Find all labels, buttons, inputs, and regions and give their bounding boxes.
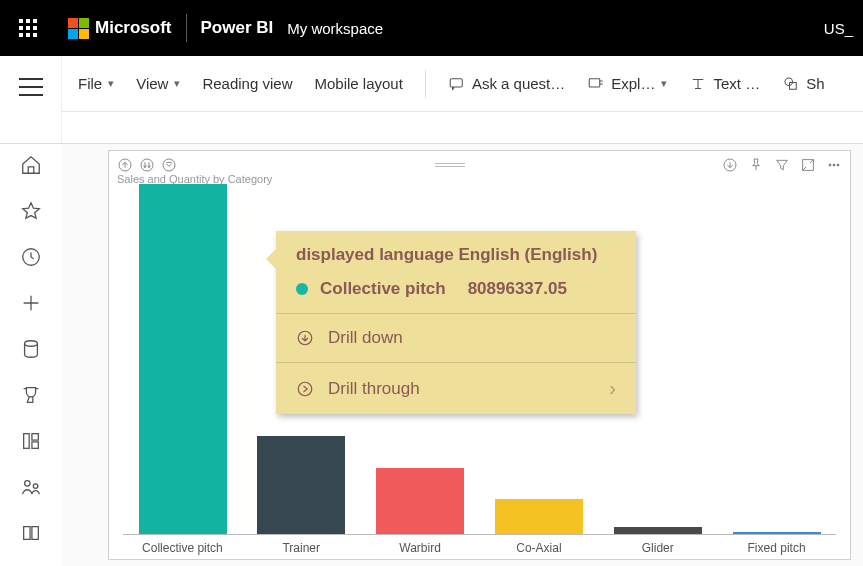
app-name: Power BI bbox=[201, 18, 274, 38]
bar[interactable] bbox=[495, 499, 583, 534]
microsoft-logo: Microsoft bbox=[68, 18, 172, 39]
pin-icon[interactable] bbox=[748, 157, 764, 173]
mobile-label: Mobile layout bbox=[314, 75, 402, 92]
shapes-button[interactable]: Sh bbox=[782, 75, 824, 93]
rail-shared-icon[interactable] bbox=[20, 476, 42, 498]
qna-label: Ask a quest… bbox=[472, 75, 565, 92]
svg-point-5 bbox=[25, 341, 38, 347]
ribbon: File ▾ View ▾ Reading view Mobile layout… bbox=[62, 56, 863, 112]
tooltip: displayed language English (English) Col… bbox=[276, 231, 636, 414]
svg-rect-6 bbox=[24, 434, 30, 449]
drill-up-icon[interactable] bbox=[117, 157, 133, 173]
bar[interactable] bbox=[257, 436, 345, 534]
topbar: Microsoft Power BI My workspace US_ bbox=[0, 0, 863, 56]
svg-rect-8 bbox=[32, 442, 38, 448]
export-icon[interactable] bbox=[722, 157, 738, 173]
svg-rect-0 bbox=[450, 78, 462, 86]
drill-through-label: Drill through bbox=[328, 379, 420, 399]
drag-handle-icon[interactable] bbox=[435, 162, 465, 168]
chevron-down-icon: ▾ bbox=[108, 77, 114, 90]
svg-rect-1 bbox=[590, 78, 601, 86]
explore-button[interactable]: Expl… ▾ bbox=[587, 75, 667, 93]
bar[interactable] bbox=[376, 468, 464, 535]
separator bbox=[425, 70, 426, 98]
textbox-label: Text … bbox=[713, 75, 760, 92]
rail-data-icon[interactable] bbox=[20, 338, 42, 360]
rail-home-icon[interactable] bbox=[20, 154, 42, 176]
drill-down-action[interactable]: Drill down bbox=[276, 314, 636, 362]
tooltip-row: Collective pitch 80896337.05 bbox=[276, 275, 636, 313]
tooltip-series-label: Collective pitch bbox=[320, 279, 446, 299]
chat-icon bbox=[448, 75, 466, 93]
shapes-icon bbox=[782, 75, 800, 93]
mobile-layout-button[interactable]: Mobile layout bbox=[314, 75, 402, 92]
x-axis-labels: Collective pitchTrainerWarbirdCo-AxialGl… bbox=[123, 541, 836, 555]
textbox-icon bbox=[689, 75, 707, 93]
svg-point-13 bbox=[163, 159, 175, 171]
rail-favorites-icon[interactable] bbox=[20, 200, 42, 222]
app-launcher-icon[interactable] bbox=[8, 8, 48, 48]
company-name: Microsoft bbox=[95, 18, 172, 38]
x-tick-label: Glider bbox=[598, 541, 717, 555]
series-color-dot bbox=[296, 283, 308, 295]
rail-recent-icon[interactable] bbox=[20, 246, 42, 268]
shapes-label: Sh bbox=[806, 75, 824, 92]
filter-icon[interactable] bbox=[774, 157, 790, 173]
chevron-right-icon: › bbox=[609, 377, 616, 400]
ribbon-wrap: File ▾ View ▾ Reading view Mobile layout… bbox=[0, 56, 863, 144]
rail-goals-icon[interactable] bbox=[20, 384, 42, 406]
svg-rect-7 bbox=[32, 434, 38, 440]
chart-visual[interactable]: Sales and Quantity by Category Collectiv… bbox=[108, 150, 851, 560]
drill-down-all-icon[interactable] bbox=[139, 157, 155, 173]
svg-point-9 bbox=[25, 481, 30, 487]
reading-view-button[interactable]: Reading view bbox=[202, 75, 292, 92]
user-label[interactable]: US_ bbox=[824, 20, 855, 37]
drill-down-label: Drill down bbox=[328, 328, 403, 348]
rail-create-icon[interactable] bbox=[20, 292, 42, 314]
file-menu[interactable]: File ▾ bbox=[78, 75, 114, 92]
bar[interactable] bbox=[139, 184, 227, 534]
x-tick-label: Fixed pitch bbox=[717, 541, 836, 555]
drill-through-action[interactable]: Drill through › bbox=[276, 363, 636, 414]
textbox-button[interactable]: Text … bbox=[689, 75, 760, 93]
view-label: View bbox=[136, 75, 168, 92]
chevron-down-icon: ▾ bbox=[661, 77, 667, 90]
focus-icon[interactable] bbox=[800, 157, 816, 173]
view-menu[interactable]: View ▾ bbox=[136, 75, 180, 92]
bar[interactable] bbox=[614, 527, 702, 534]
tooltip-header: displayed language English (English) bbox=[276, 231, 636, 275]
workspace-name[interactable]: My workspace bbox=[287, 20, 383, 37]
nav-toggle-icon[interactable] bbox=[19, 78, 43, 96]
svg-point-2 bbox=[785, 78, 793, 86]
svg-point-12 bbox=[141, 159, 153, 171]
left-rail bbox=[0, 144, 62, 566]
svg-point-10 bbox=[33, 484, 38, 489]
rail-learn-icon[interactable] bbox=[20, 522, 42, 544]
x-tick-label: Co-Axial bbox=[479, 541, 598, 555]
explore-icon bbox=[587, 75, 605, 93]
microsoft-logo-icon bbox=[68, 18, 89, 39]
rail-apps-icon[interactable] bbox=[20, 430, 42, 452]
svg-point-18 bbox=[837, 164, 839, 166]
chevron-down-icon: ▾ bbox=[174, 77, 180, 90]
svg-point-17 bbox=[833, 164, 835, 166]
explore-label: Expl… bbox=[611, 75, 655, 92]
qna-button[interactable]: Ask a quest… bbox=[448, 75, 565, 93]
reading-view-label: Reading view bbox=[202, 75, 292, 92]
x-tick-label: Trainer bbox=[242, 541, 361, 555]
tooltip-value: 80896337.05 bbox=[468, 279, 567, 299]
bar[interactable] bbox=[733, 532, 821, 534]
x-tick-label: Collective pitch bbox=[123, 541, 242, 555]
divider bbox=[186, 14, 187, 42]
expand-next-level-icon[interactable] bbox=[161, 157, 177, 173]
file-label: File bbox=[78, 75, 102, 92]
svg-point-16 bbox=[829, 164, 831, 166]
more-icon[interactable] bbox=[826, 157, 842, 173]
svg-rect-3 bbox=[790, 82, 797, 89]
svg-point-20 bbox=[298, 382, 312, 396]
x-tick-label: Warbird bbox=[361, 541, 480, 555]
